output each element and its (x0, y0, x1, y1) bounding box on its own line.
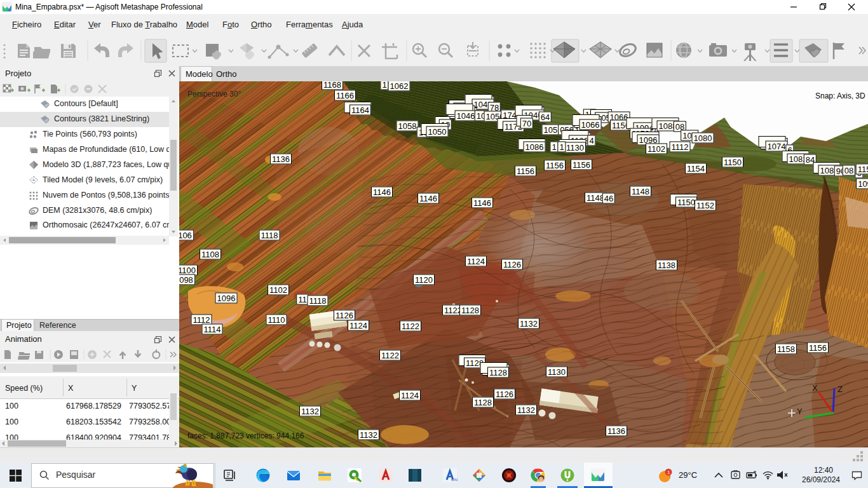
svg-text:CAD: CAD (451, 478, 458, 482)
svg-text:Y: Y (797, 407, 803, 416)
svg-text:1: 1 (667, 470, 670, 475)
svg-text:Z: Z (837, 384, 843, 394)
svg-text:X: X (812, 383, 818, 393)
